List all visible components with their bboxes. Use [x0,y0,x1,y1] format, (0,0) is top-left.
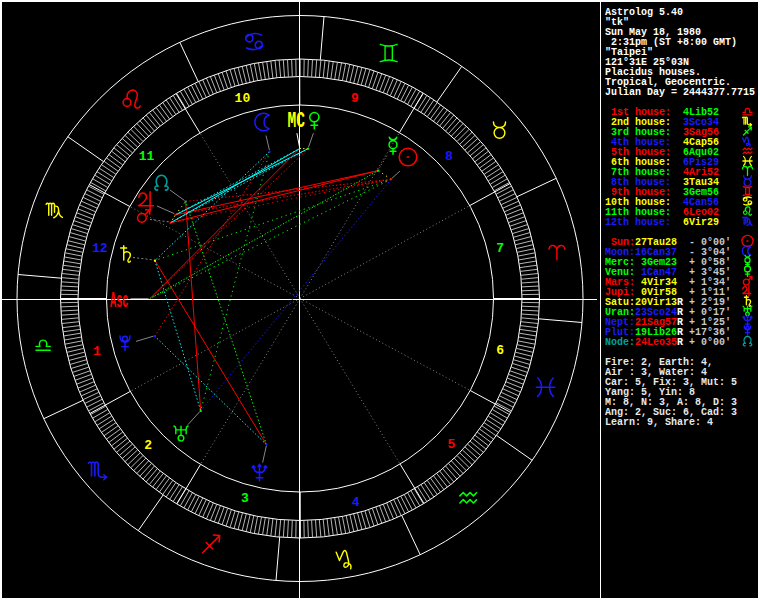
svg-text:Julian Day = 2444377.7715: Julian Day = 2444377.7715 [605,87,755,98]
svg-text:MC: MC [288,109,306,133]
svg-text:7: 7 [496,241,504,256]
svg-text:12th house:: 12th house: [605,217,671,228]
svg-text:11: 11 [139,149,155,164]
svg-text:9: 9 [351,91,359,106]
svg-text:Node:: Node: [605,337,635,348]
svg-text:6: 6 [496,343,504,358]
svg-text:5: 5 [448,437,456,452]
svg-text:Asc: Asc [110,289,129,313]
svg-text:1: 1 [93,344,101,359]
svg-text:4: 4 [352,495,360,510]
svg-text:+ 0°00': + 0°00' [689,337,731,348]
svg-text:24Leo35: 24Leo35 [635,337,677,348]
svg-text:10: 10 [235,91,251,106]
svg-text:6Vir29: 6Vir29 [683,217,719,228]
svg-text:3: 3 [241,491,249,506]
svg-text:8: 8 [445,149,453,164]
svg-text:Learn: 9, Share: 4: Learn: 9, Share: 4 [605,417,713,428]
svg-text:12: 12 [92,241,108,256]
svg-text:R: R [677,337,683,348]
svg-text:2: 2 [144,438,152,453]
